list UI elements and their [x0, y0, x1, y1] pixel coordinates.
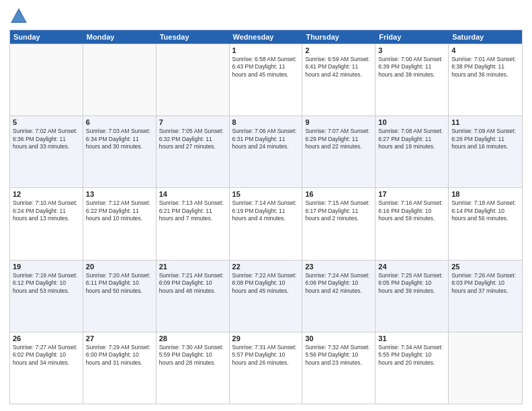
day-cell: 27Sunrise: 7:29 AM Sunset: 6:00 PM Dayli… [83, 332, 157, 404]
day-info: Sunrise: 7:06 AM Sunset: 6:31 PM Dayligh… [232, 128, 300, 150]
day-info: Sunrise: 7:10 AM Sunset: 6:24 PM Dayligh… [13, 199, 80, 222]
day-number: 9 [305, 118, 372, 126]
day-info: Sunrise: 7:12 AM Sunset: 6:22 PM Dayligh… [86, 199, 153, 222]
day-info: Sunrise: 7:02 AM Sunset: 6:36 PM Dayligh… [13, 128, 80, 150]
day-cell: 11Sunrise: 7:09 AM Sunset: 6:26 PM Dayli… [449, 116, 522, 187]
day-number: 2 [305, 46, 372, 54]
week-row: 1Sunrise: 6:58 AM Sunset: 6:43 PM Daylig… [10, 44, 522, 116]
day-number: 8 [232, 118, 300, 126]
day-number: 25 [451, 263, 519, 271]
week-row: 19Sunrise: 7:19 AM Sunset: 6:12 PM Dayli… [10, 260, 522, 332]
svg-marker-1 [12, 11, 26, 21]
day-cell: 22Sunrise: 7:22 AM Sunset: 6:08 PM Dayli… [230, 261, 303, 332]
day-number: 29 [232, 334, 300, 342]
day-info: Sunrise: 7:21 AM Sunset: 6:09 PM Dayligh… [159, 272, 226, 295]
day-cell: 10Sunrise: 7:08 AM Sunset: 6:27 PM Dayli… [375, 116, 449, 187]
day-info: Sunrise: 7:00 AM Sunset: 6:39 PM Dayligh… [378, 56, 445, 79]
header [9, 7, 523, 26]
day-cell: 16Sunrise: 7:15 AM Sunset: 6:17 PM Dayli… [302, 188, 375, 259]
day-cell: 12Sunrise: 7:10 AM Sunset: 6:24 PM Dayli… [10, 188, 83, 259]
day-cell: 9Sunrise: 7:07 AM Sunset: 6:29 PM Daylig… [302, 116, 375, 187]
day-number: 17 [378, 190, 445, 198]
day-cell: 13Sunrise: 7:12 AM Sunset: 6:22 PM Dayli… [83, 188, 157, 259]
day-cell: 24Sunrise: 7:25 AM Sunset: 6:05 PM Dayli… [375, 261, 449, 332]
day-cell: 21Sunrise: 7:21 AM Sunset: 6:09 PM Dayli… [157, 261, 230, 332]
day-header-monday: Monday [83, 30, 157, 44]
day-number: 31 [378, 334, 445, 342]
day-cell: 8Sunrise: 7:06 AM Sunset: 6:31 PM Daylig… [230, 116, 303, 187]
day-header-saturday: Saturday [449, 30, 522, 44]
day-header-wednesday: Wednesday [230, 30, 303, 44]
day-number: 14 [159, 190, 226, 198]
day-header-tuesday: Tuesday [157, 30, 230, 44]
logo [9, 7, 31, 26]
day-number: 3 [378, 46, 445, 54]
weeks: 1Sunrise: 6:58 AM Sunset: 6:43 PM Daylig… [10, 44, 522, 404]
day-number: 16 [305, 190, 372, 198]
day-info: Sunrise: 7:09 AM Sunset: 6:26 PM Dayligh… [451, 128, 519, 150]
day-info: Sunrise: 7:30 AM Sunset: 5:59 PM Dayligh… [159, 344, 226, 367]
day-number: 6 [86, 118, 153, 126]
day-header-sunday: Sunday [10, 30, 83, 44]
day-number: 7 [159, 118, 226, 126]
day-cell: 19Sunrise: 7:19 AM Sunset: 6:12 PM Dayli… [10, 261, 83, 332]
day-number: 5 [13, 118, 80, 126]
logo-icon [9, 7, 28, 26]
day-cell: 18Sunrise: 7:18 AM Sunset: 6:14 PM Dayli… [449, 188, 522, 259]
day-header-friday: Friday [375, 30, 449, 44]
day-cell: 23Sunrise: 7:24 AM Sunset: 6:06 PM Dayli… [302, 261, 375, 332]
day-info: Sunrise: 7:13 AM Sunset: 6:21 PM Dayligh… [159, 199, 226, 222]
week-row: 26Sunrise: 7:27 AM Sunset: 6:02 PM Dayli… [10, 332, 522, 404]
day-cell: 7Sunrise: 7:05 AM Sunset: 6:32 PM Daylig… [157, 116, 230, 187]
day-info: Sunrise: 6:58 AM Sunset: 6:43 PM Dayligh… [232, 56, 300, 79]
day-cell: 2Sunrise: 6:59 AM Sunset: 6:41 PM Daylig… [302, 44, 375, 116]
day-info: Sunrise: 7:14 AM Sunset: 6:19 PM Dayligh… [232, 199, 300, 222]
day-number: 27 [86, 334, 153, 342]
day-info: Sunrise: 7:26 AM Sunset: 6:03 PM Dayligh… [451, 272, 519, 295]
day-info: Sunrise: 7:18 AM Sunset: 6:14 PM Dayligh… [451, 199, 519, 222]
day-info: Sunrise: 7:25 AM Sunset: 6:05 PM Dayligh… [378, 272, 445, 295]
day-number: 30 [305, 334, 372, 342]
day-number: 18 [451, 190, 519, 198]
day-number: 13 [86, 190, 153, 198]
day-info: Sunrise: 7:19 AM Sunset: 6:12 PM Dayligh… [13, 272, 80, 295]
day-number: 24 [378, 263, 445, 271]
day-number: 12 [13, 190, 80, 198]
day-number: 10 [378, 118, 445, 126]
day-info: Sunrise: 7:27 AM Sunset: 6:02 PM Dayligh… [13, 344, 80, 367]
day-cell: 30Sunrise: 7:32 AM Sunset: 5:56 PM Dayli… [302, 332, 375, 404]
day-number: 22 [232, 263, 300, 271]
day-info: Sunrise: 7:16 AM Sunset: 6:16 PM Dayligh… [378, 199, 445, 222]
day-number: 21 [159, 263, 226, 271]
day-cell: 3Sunrise: 7:00 AM Sunset: 6:39 PM Daylig… [375, 44, 449, 116]
day-number: 28 [159, 334, 226, 342]
day-cell: 15Sunrise: 7:14 AM Sunset: 6:19 PM Dayli… [230, 188, 303, 259]
day-cell: 6Sunrise: 7:03 AM Sunset: 6:34 PM Daylig… [83, 116, 157, 187]
day-cell [83, 44, 157, 116]
page: SundayMondayTuesdayWednesdayThursdayFrid… [0, 0, 532, 411]
day-cell: 28Sunrise: 7:30 AM Sunset: 5:59 PM Dayli… [157, 332, 230, 404]
day-number: 26 [13, 334, 80, 342]
day-number: 23 [305, 263, 372, 271]
day-info: Sunrise: 7:15 AM Sunset: 6:17 PM Dayligh… [305, 199, 372, 222]
day-info: Sunrise: 7:05 AM Sunset: 6:32 PM Dayligh… [159, 128, 226, 150]
day-cell: 25Sunrise: 7:26 AM Sunset: 6:03 PM Dayli… [449, 261, 522, 332]
calendar: SundayMondayTuesdayWednesdayThursdayFrid… [9, 30, 523, 404]
day-cell [157, 44, 230, 116]
day-info: Sunrise: 7:07 AM Sunset: 6:29 PM Dayligh… [305, 128, 372, 150]
day-number: 11 [451, 118, 519, 126]
day-cell: 29Sunrise: 7:31 AM Sunset: 5:57 PM Dayli… [230, 332, 303, 404]
day-cell: 20Sunrise: 7:20 AM Sunset: 6:11 PM Dayli… [83, 261, 157, 332]
day-cell: 14Sunrise: 7:13 AM Sunset: 6:21 PM Dayli… [157, 188, 230, 259]
week-row: 5Sunrise: 7:02 AM Sunset: 6:36 PM Daylig… [10, 116, 522, 187]
day-number: 4 [451, 46, 519, 54]
day-headers: SundayMondayTuesdayWednesdayThursdayFrid… [10, 30, 522, 44]
day-cell: 4Sunrise: 7:01 AM Sunset: 6:38 PM Daylig… [449, 44, 522, 116]
day-info: Sunrise: 7:32 AM Sunset: 5:56 PM Dayligh… [305, 344, 372, 367]
day-info: Sunrise: 7:31 AM Sunset: 5:57 PM Dayligh… [232, 344, 300, 367]
day-number: 20 [86, 263, 153, 271]
day-header-thursday: Thursday [302, 30, 375, 44]
day-info: Sunrise: 7:20 AM Sunset: 6:11 PM Dayligh… [86, 272, 153, 295]
day-info: Sunrise: 7:01 AM Sunset: 6:38 PM Dayligh… [451, 56, 519, 79]
day-cell: 17Sunrise: 7:16 AM Sunset: 6:16 PM Dayli… [375, 188, 449, 259]
